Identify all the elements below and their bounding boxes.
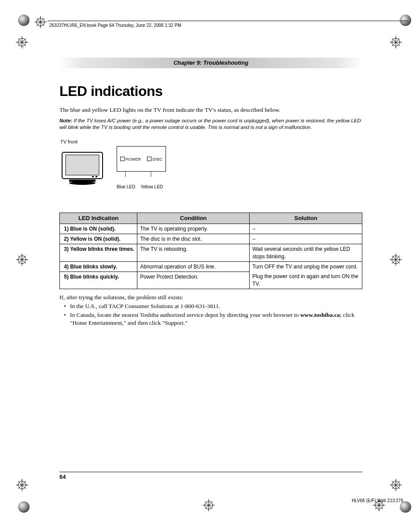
table-row: 5) Blue blinks quickly. Power Protect De… xyxy=(60,272,362,289)
registration-mark-icon xyxy=(390,253,402,266)
tv-icon xyxy=(60,151,104,186)
tv-front-label: TV front xyxy=(60,139,362,145)
svg-rect-13 xyxy=(92,176,94,177)
table-row: 1) Blue is ON (solid). The TV is operati… xyxy=(60,224,362,234)
svg-rect-10 xyxy=(66,155,99,175)
svg-point-12 xyxy=(69,181,96,185)
after-table-text: If, after trying the solutions, the prob… xyxy=(59,294,362,327)
tv-diagram: TV front POWER DISC xyxy=(60,139,362,190)
print-sphere xyxy=(400,15,411,26)
page-title: LED indications xyxy=(59,82,362,101)
intro-paragraph: The blue and yellow LED lights on the TV… xyxy=(59,106,362,114)
col-led-indication: LED Indication xyxy=(60,213,137,224)
print-sphere xyxy=(18,501,29,513)
after-lead: If, after trying the solutions, the prob… xyxy=(59,294,362,301)
registration-mark-icon xyxy=(16,479,28,491)
page-content: LED indications The blue and yellow LED … xyxy=(59,82,362,328)
led-table: LED Indication Condition Solution 1) Blu… xyxy=(59,213,362,289)
header-rule xyxy=(48,21,409,21)
leader-lines-icon xyxy=(117,172,165,180)
running-header: 263237HLV66_EN.book Page 64 Thursday, Ju… xyxy=(49,23,181,28)
chapter-header: Chapter 9: Troubleshooting xyxy=(59,58,362,68)
table-header-row: LED Indication Condition Solution xyxy=(60,213,362,224)
list-item: In Canada, locate the nearest Toshiba au… xyxy=(70,311,362,327)
list-item: In the U.S., call TACP Consumer Solution… xyxy=(70,302,362,310)
svg-rect-14 xyxy=(96,176,97,177)
note-label: Note: xyxy=(59,118,72,123)
power-led-label: POWER xyxy=(120,156,141,162)
note-body: If the TV loses A/C power (e.g., a power… xyxy=(59,118,361,130)
led-panel: POWER DISC Blue LED Yellow LED xyxy=(117,146,166,190)
yellow-led-label: Yellow LED xyxy=(140,184,163,190)
table-row: 3) Yellow blinks three times. The TV is … xyxy=(60,244,362,261)
registration-mark-icon xyxy=(203,499,215,511)
footer-code: HLV66 (E/F) Web 213:276 xyxy=(352,498,403,503)
blue-led-label: Blue LED xyxy=(117,184,135,190)
print-sphere xyxy=(18,15,29,26)
disc-led-label: DISC xyxy=(147,156,162,162)
registration-mark-icon xyxy=(16,36,28,48)
note-paragraph: Note: If the TV loses A/C power (e.g., a… xyxy=(59,117,362,131)
registration-mark-icon xyxy=(390,479,402,491)
col-solution: Solution xyxy=(250,213,362,224)
table-row: 4) Blue blinks slowly. Abnormal operatio… xyxy=(60,261,362,272)
page-number: 64 xyxy=(59,474,66,480)
col-condition: Condition xyxy=(137,213,250,224)
footer-rule xyxy=(59,472,362,472)
registration-mark-icon xyxy=(16,253,28,266)
registration-mark-icon xyxy=(34,16,47,28)
registration-mark-icon xyxy=(390,36,402,48)
table-row: 2) Yellow is ON (solid). The disc is in … xyxy=(60,234,362,244)
